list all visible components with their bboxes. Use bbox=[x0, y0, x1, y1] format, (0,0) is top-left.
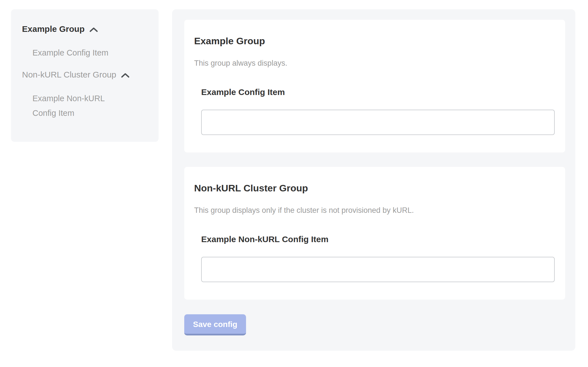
config-area: Example Group This group always displays… bbox=[172, 9, 575, 351]
config-item: Example Non-kURL Config Item bbox=[201, 234, 555, 282]
sidebar-group-example-group[interactable]: Example Group bbox=[22, 23, 147, 35]
chevron-up-icon bbox=[121, 72, 130, 78]
config-item-input-example-config-item[interactable] bbox=[201, 110, 555, 135]
sidebar-item-example-non-kurl-config-item[interactable]: Example Non-kURL Config Item bbox=[32, 91, 126, 120]
sidebar-group-label: Non-kURL Cluster Group bbox=[22, 68, 116, 81]
chevron-up-icon bbox=[89, 27, 98, 32]
group-title: Example Group bbox=[194, 35, 555, 47]
config-group-card-example-group: Example Group This group always displays… bbox=[184, 20, 565, 152]
config-group-card-non-kurl-cluster-group: Non-kURL Cluster Group This group displa… bbox=[184, 167, 565, 300]
group-title: Non-kURL Cluster Group bbox=[194, 182, 555, 194]
config-item-input-example-non-kurl-config-item[interactable] bbox=[201, 257, 555, 282]
save-config-button[interactable]: Save config bbox=[184, 314, 246, 335]
config-item-label: Example Config Item bbox=[201, 87, 555, 97]
group-description: This group always displays. bbox=[194, 58, 555, 68]
config-nav-sidebar: Example Group Example Config Item Non-kU… bbox=[11, 9, 159, 142]
group-description: This group displays only if the cluster … bbox=[194, 205, 555, 215]
config-item-label: Example Non-kURL Config Item bbox=[201, 234, 555, 244]
sidebar-item-example-config-item[interactable]: Example Config Item bbox=[32, 45, 126, 60]
config-page: Example Group Example Config Item Non-kU… bbox=[0, 0, 588, 351]
config-item: Example Config Item bbox=[201, 87, 555, 135]
sidebar-group-label: Example Group bbox=[22, 23, 85, 35]
sidebar-group-non-kurl-cluster-group[interactable]: Non-kURL Cluster Group bbox=[22, 68, 147, 81]
